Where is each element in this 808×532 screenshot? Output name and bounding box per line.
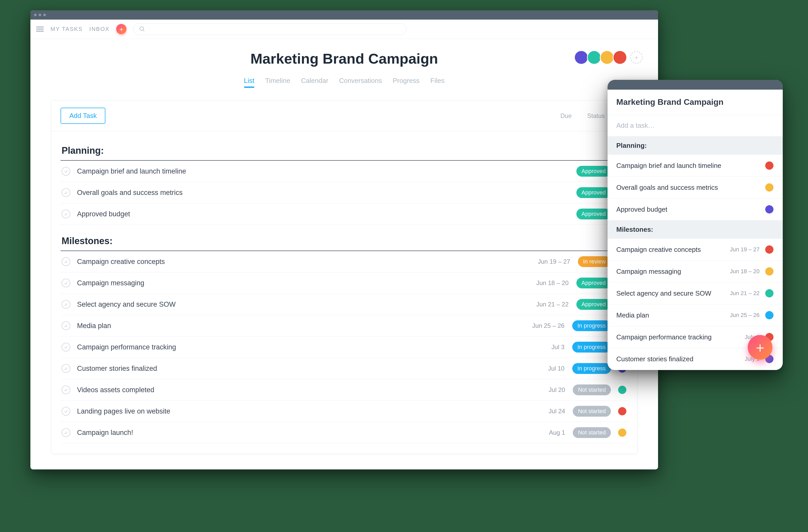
mobile-task-row[interactable]: Approved budget xyxy=(608,198,783,221)
section-title[interactable]: Milestones: xyxy=(60,225,628,251)
task-row[interactable]: Campaign performance trackingJul 3In pro… xyxy=(60,337,628,358)
task-name: Approved budget xyxy=(77,210,530,218)
complete-checkbox[interactable] xyxy=(61,364,70,373)
task-name: Customer stories finalized xyxy=(77,365,526,373)
status-badge[interactable]: In progress xyxy=(572,363,611,374)
status-badge[interactable]: In review xyxy=(578,256,611,267)
assignee-avatar[interactable] xyxy=(618,406,627,416)
mobile-task-due: Jun 25 – 26 xyxy=(730,312,759,319)
complete-checkbox[interactable] xyxy=(61,257,70,266)
task-row[interactable]: Approved budgetApproved xyxy=(60,204,628,225)
status-badge[interactable]: Not started xyxy=(573,384,611,395)
task-row[interactable]: Select agency and secure SOWJun 21 – 22A… xyxy=(60,294,628,315)
complete-checkbox[interactable] xyxy=(61,210,70,218)
task-due: Jun 21 – 22 xyxy=(530,301,569,308)
task-row[interactable]: Videos assets completedJul 20Not started xyxy=(60,379,628,401)
mobile-task-name: Customer stories finalized xyxy=(616,355,745,363)
mobile-task-name: Overall goals and success metrics xyxy=(616,184,765,192)
task-row[interactable]: Campaign launch!Aug 1Not started xyxy=(60,422,628,443)
task-due: Aug 1 xyxy=(526,429,565,436)
task-due: Jun 25 – 26 xyxy=(526,322,565,329)
mobile-window: Marketing Brand Campaign Add a task… Pla… xyxy=(608,80,783,370)
mobile-task-row[interactable]: Campaign messagingJun 18 – 20 xyxy=(608,261,783,283)
member-avatar[interactable] xyxy=(587,50,601,64)
mobile-task-row[interactable]: Overall goals and success metrics xyxy=(608,177,783,198)
mobile-task-row[interactable]: Select agency and secure SOWJun 21 – 22 xyxy=(608,283,783,304)
mobile-task-row[interactable]: Campaign creative conceptsJun 19 – 27 xyxy=(608,239,783,261)
mobile-assignee-avatar[interactable] xyxy=(765,183,774,192)
mobile-assignee-avatar[interactable] xyxy=(765,289,774,298)
status-badge[interactable]: Not started xyxy=(573,406,611,417)
tab-calendar[interactable]: Calendar xyxy=(301,77,329,87)
complete-checkbox[interactable] xyxy=(61,188,70,197)
member-avatar[interactable] xyxy=(600,50,614,64)
complete-checkbox[interactable] xyxy=(61,279,70,287)
task-row[interactable]: Campaign messagingJun 18 – 20Approved xyxy=(60,272,628,294)
task-row[interactable]: Landing pages live on websiteJul 24Not s… xyxy=(60,401,628,422)
desktop-window: MY TASKS INBOX ＋ Marketing Brand Campaig… xyxy=(31,10,658,470)
search-input[interactable] xyxy=(133,23,406,35)
complete-checkbox[interactable] xyxy=(61,343,70,352)
add-member-button[interactable]: ＋ xyxy=(630,51,643,63)
tab-progress[interactable]: Progress xyxy=(393,77,420,87)
status-badge[interactable]: Approved xyxy=(576,278,611,288)
mobile-assignee-avatar[interactable] xyxy=(765,161,774,170)
nav-inbox[interactable]: INBOX xyxy=(89,26,110,33)
mobile-assignee-avatar[interactable] xyxy=(765,310,774,320)
mobile-task-name: Campaign messaging xyxy=(616,268,730,276)
column-status-label: Status xyxy=(587,112,605,119)
member-avatar[interactable] xyxy=(574,50,588,64)
status-badge[interactable]: Approved xyxy=(576,299,611,310)
add-task-button[interactable]: Add Task xyxy=(60,108,105,124)
status-badge[interactable]: In progress xyxy=(572,320,611,331)
assignee-avatar[interactable] xyxy=(618,428,627,437)
mobile-task-name: Approved budget xyxy=(616,206,765,213)
mobile-task-row[interactable]: Campaign brief and launch timeline xyxy=(608,155,783,177)
mobile-add-task[interactable]: Add a task… xyxy=(608,115,783,136)
project-members: ＋ xyxy=(575,50,643,64)
task-row[interactable]: Campaign brief and launch timelineApprov… xyxy=(60,161,628,182)
task-due: Jun 19 – 27 xyxy=(532,258,570,265)
complete-checkbox[interactable] xyxy=(61,385,70,394)
complete-checkbox[interactable] xyxy=(61,321,70,330)
status-badge[interactable]: Approved xyxy=(576,187,611,198)
task-row[interactable]: Campaign creative conceptsJun 19 – 27In … xyxy=(60,251,628,272)
tab-list[interactable]: List xyxy=(244,77,254,87)
task-row[interactable]: Media planJun 25 – 26In progress xyxy=(60,315,628,337)
complete-checkbox[interactable] xyxy=(61,407,70,416)
search-icon xyxy=(139,26,145,32)
task-due: Jul 3 xyxy=(526,343,565,351)
task-panel: Add Task Due Status Planning:Campaign br… xyxy=(51,100,638,454)
status-badge[interactable]: Approved xyxy=(576,166,611,177)
mobile-assignee-avatar[interactable] xyxy=(765,205,774,214)
task-name: Overall goals and success metrics xyxy=(77,189,530,197)
tab-files[interactable]: Files xyxy=(430,77,444,87)
complete-checkbox[interactable] xyxy=(61,428,70,437)
tab-conversations[interactable]: Conversations xyxy=(339,77,382,87)
status-badge[interactable]: Approved xyxy=(576,209,611,220)
mobile-task-due: Jun 21 – 22 xyxy=(730,290,759,297)
mobile-section-title[interactable]: Milestones: xyxy=(608,221,783,239)
menu-icon[interactable] xyxy=(36,25,44,33)
task-row[interactable]: Overall goals and success metricsApprove… xyxy=(60,182,628,204)
quick-add-button[interactable]: ＋ xyxy=(116,24,127,34)
complete-checkbox[interactable] xyxy=(61,167,70,176)
mobile-task-row[interactable]: Media planJun 25 – 26 xyxy=(608,304,783,326)
project-title: Marketing Brand Campaign xyxy=(41,50,648,67)
status-badge[interactable]: Not started xyxy=(573,427,611,438)
section-title[interactable]: Planning: xyxy=(60,134,628,161)
mobile-assignee-avatar[interactable] xyxy=(765,267,774,276)
mobile-fab-button[interactable]: ＋ xyxy=(748,335,772,360)
svg-point-0 xyxy=(140,27,144,31)
task-row[interactable]: Customer stories finalizedJul 10In progr… xyxy=(60,358,628,379)
member-avatar[interactable] xyxy=(613,50,627,64)
top-bar: MY TASKS INBOX ＋ xyxy=(31,20,658,39)
mobile-task-name: Campaign brief and launch timeline xyxy=(616,162,765,170)
nav-my-tasks[interactable]: MY TASKS xyxy=(51,26,83,33)
tab-timeline[interactable]: Timeline xyxy=(265,77,290,87)
mobile-section-title[interactable]: Planning: xyxy=(608,136,783,155)
assignee-avatar[interactable] xyxy=(618,385,627,395)
complete-checkbox[interactable] xyxy=(61,300,70,309)
mobile-assignee-avatar[interactable] xyxy=(765,245,774,254)
status-badge[interactable]: In progress xyxy=(572,342,611,353)
